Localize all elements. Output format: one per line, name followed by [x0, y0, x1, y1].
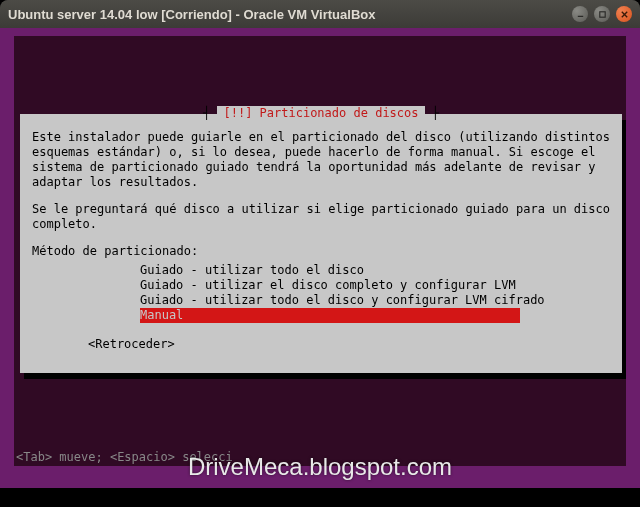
dialog-title-row: ┤ [!!] Particionado de discos ├	[32, 106, 610, 120]
vm-window: Ubuntu server 14.04 low [Corriendo] - Or…	[0, 0, 640, 488]
window-controls	[572, 6, 632, 22]
go-back-button[interactable]: <Retroceder>	[88, 337, 610, 351]
terminal: ┤ [!!] Particionado de discos ├ Este ins…	[14, 36, 626, 466]
dialog-title: [!!] Particionado de discos	[217, 106, 424, 120]
partition-dialog: ┤ [!!] Particionado de discos ├ Este ins…	[20, 114, 622, 373]
maximize-icon[interactable]	[594, 6, 610, 22]
window-title: Ubuntu server 14.04 low [Corriendo] - Or…	[8, 7, 572, 22]
close-icon[interactable]	[616, 6, 632, 22]
dialog-paragraph-1: Este instalador puede guiarle en el part…	[32, 130, 610, 190]
dialog-paragraph-2: Se le preguntará qué disco a utilizar si…	[32, 202, 610, 232]
option-guided-whole-disk[interactable]: Guiado - utilizar todo el disco	[140, 263, 610, 278]
status-bar: <Tab> mueve; <Espacio> selecci	[14, 450, 626, 466]
option-guided-encrypted-lvm[interactable]: Guiado - utilizar todo el disco y config…	[140, 293, 610, 308]
option-guided-lvm[interactable]: Guiado - utilizar el disco completo y co…	[140, 278, 610, 293]
svg-rect-1	[599, 11, 604, 16]
option-manual[interactable]: Manual	[140, 308, 520, 323]
client-area: ┤ [!!] Particionado de discos ├ Este ins…	[0, 28, 640, 488]
dialog-prompt: Método de particionado:	[32, 244, 610, 259]
titlebar[interactable]: Ubuntu server 14.04 low [Corriendo] - Or…	[0, 0, 640, 28]
minimize-icon[interactable]	[572, 6, 588, 22]
partition-method-list: Guiado - utilizar todo el disco Guiado -…	[140, 263, 610, 323]
